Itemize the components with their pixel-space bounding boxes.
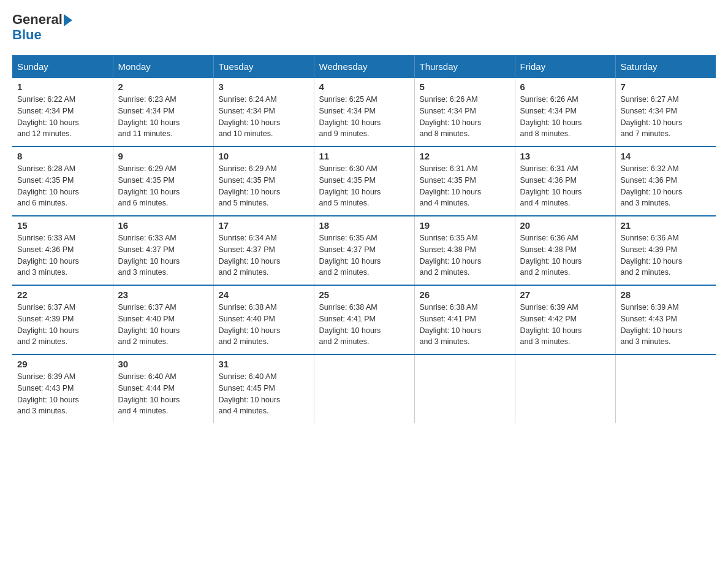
calendar-cell: 5Sunrise: 6:26 AMSunset: 4:34 PMDaylight… bbox=[414, 78, 515, 147]
col-header-thursday: Thursday bbox=[414, 55, 515, 78]
calendar-cell: 24Sunrise: 6:38 AMSunset: 4:40 PMDayligh… bbox=[213, 285, 314, 354]
logo: General Blue bbox=[12, 12, 72, 43]
day-info: Sunrise: 6:36 AMSunset: 4:38 PMDaylight:… bbox=[520, 232, 610, 278]
page-header: General Blue bbox=[12, 12, 716, 43]
day-info: Sunrise: 6:22 AMSunset: 4:34 PMDaylight:… bbox=[17, 94, 108, 140]
day-number: 2 bbox=[118, 82, 208, 92]
day-info: Sunrise: 6:35 AMSunset: 4:38 PMDaylight:… bbox=[420, 232, 510, 278]
day-number: 4 bbox=[319, 82, 409, 92]
day-number: 20 bbox=[520, 220, 610, 231]
day-number: 19 bbox=[420, 220, 510, 231]
day-number: 1 bbox=[17, 82, 108, 92]
calendar-cell: 23Sunrise: 6:37 AMSunset: 4:40 PMDayligh… bbox=[113, 285, 213, 354]
calendar-cell bbox=[414, 354, 515, 423]
calendar-cell: 1Sunrise: 6:22 AMSunset: 4:34 PMDaylight… bbox=[12, 78, 113, 147]
calendar-cell: 9Sunrise: 6:29 AMSunset: 4:35 PMDaylight… bbox=[113, 147, 213, 216]
calendar-cell: 21Sunrise: 6:36 AMSunset: 4:39 PMDayligh… bbox=[615, 216, 716, 285]
week-row-5: 29Sunrise: 6:39 AMSunset: 4:43 PMDayligh… bbox=[12, 354, 716, 423]
day-number: 18 bbox=[319, 220, 409, 231]
day-info: Sunrise: 6:38 AMSunset: 4:41 PMDaylight:… bbox=[319, 302, 409, 348]
day-info: Sunrise: 6:29 AMSunset: 4:35 PMDaylight:… bbox=[219, 163, 309, 209]
day-number: 27 bbox=[520, 289, 610, 300]
day-number: 31 bbox=[219, 359, 309, 369]
day-info: Sunrise: 6:30 AMSunset: 4:35 PMDaylight:… bbox=[319, 163, 409, 209]
day-info: Sunrise: 6:39 AMSunset: 4:43 PMDaylight:… bbox=[17, 371, 108, 417]
week-row-3: 15Sunrise: 6:33 AMSunset: 4:36 PMDayligh… bbox=[12, 216, 716, 285]
day-number: 29 bbox=[17, 359, 108, 369]
calendar-cell: 11Sunrise: 6:30 AMSunset: 4:35 PMDayligh… bbox=[314, 147, 414, 216]
day-number: 14 bbox=[621, 151, 711, 161]
day-number: 8 bbox=[17, 151, 108, 161]
logo-text-general: General bbox=[12, 12, 63, 27]
logo-text-blue: Blue bbox=[12, 27, 72, 43]
calendar-cell: 15Sunrise: 6:33 AMSunset: 4:36 PMDayligh… bbox=[12, 216, 113, 285]
day-number: 13 bbox=[520, 151, 610, 161]
calendar-cell: 14Sunrise: 6:32 AMSunset: 4:36 PMDayligh… bbox=[615, 147, 716, 216]
col-header-saturday: Saturday bbox=[615, 55, 716, 78]
day-info: Sunrise: 6:34 AMSunset: 4:37 PMDaylight:… bbox=[219, 232, 309, 278]
calendar-cell: 2Sunrise: 6:23 AMSunset: 4:34 PMDaylight… bbox=[113, 78, 213, 147]
day-info: Sunrise: 6:27 AMSunset: 4:34 PMDaylight:… bbox=[621, 94, 711, 140]
calendar-cell: 4Sunrise: 6:25 AMSunset: 4:34 PMDaylight… bbox=[314, 78, 414, 147]
calendar-cell: 30Sunrise: 6:40 AMSunset: 4:44 PMDayligh… bbox=[113, 354, 213, 423]
day-number: 7 bbox=[621, 82, 711, 92]
day-info: Sunrise: 6:29 AMSunset: 4:35 PMDaylight:… bbox=[118, 163, 208, 209]
week-row-1: 1Sunrise: 6:22 AMSunset: 4:34 PMDaylight… bbox=[12, 78, 716, 147]
day-info: Sunrise: 6:23 AMSunset: 4:34 PMDaylight:… bbox=[118, 94, 208, 140]
calendar-cell: 6Sunrise: 6:26 AMSunset: 4:34 PMDaylight… bbox=[515, 78, 615, 147]
calendar-header-row: SundayMondayTuesdayWednesdayThursdayFrid… bbox=[12, 55, 716, 78]
day-info: Sunrise: 6:35 AMSunset: 4:37 PMDaylight:… bbox=[319, 232, 409, 278]
day-info: Sunrise: 6:32 AMSunset: 4:36 PMDaylight:… bbox=[621, 163, 711, 209]
day-number: 11 bbox=[319, 151, 409, 161]
day-info: Sunrise: 6:40 AMSunset: 4:44 PMDaylight:… bbox=[118, 371, 208, 417]
calendar-cell: 28Sunrise: 6:39 AMSunset: 4:43 PMDayligh… bbox=[615, 285, 716, 354]
day-info: Sunrise: 6:39 AMSunset: 4:43 PMDaylight:… bbox=[621, 302, 711, 348]
calendar-cell: 18Sunrise: 6:35 AMSunset: 4:37 PMDayligh… bbox=[314, 216, 414, 285]
calendar-cell: 3Sunrise: 6:24 AMSunset: 4:34 PMDaylight… bbox=[213, 78, 314, 147]
day-number: 30 bbox=[118, 359, 208, 369]
day-number: 12 bbox=[420, 151, 510, 161]
day-info: Sunrise: 6:39 AMSunset: 4:42 PMDaylight:… bbox=[520, 302, 610, 348]
col-header-sunday: Sunday bbox=[12, 55, 113, 78]
day-info: Sunrise: 6:33 AMSunset: 4:37 PMDaylight:… bbox=[118, 232, 208, 278]
day-info: Sunrise: 6:25 AMSunset: 4:34 PMDaylight:… bbox=[319, 94, 409, 140]
calendar-cell: 16Sunrise: 6:33 AMSunset: 4:37 PMDayligh… bbox=[113, 216, 213, 285]
calendar-cell: 20Sunrise: 6:36 AMSunset: 4:38 PMDayligh… bbox=[515, 216, 615, 285]
day-info: Sunrise: 6:26 AMSunset: 4:34 PMDaylight:… bbox=[520, 94, 610, 140]
day-number: 21 bbox=[621, 220, 711, 231]
day-number: 5 bbox=[420, 82, 510, 92]
day-info: Sunrise: 6:36 AMSunset: 4:39 PMDaylight:… bbox=[621, 232, 711, 278]
day-info: Sunrise: 6:37 AMSunset: 4:39 PMDaylight:… bbox=[17, 302, 108, 348]
day-info: Sunrise: 6:31 AMSunset: 4:35 PMDaylight:… bbox=[420, 163, 510, 209]
day-number: 28 bbox=[621, 289, 711, 300]
day-info: Sunrise: 6:37 AMSunset: 4:40 PMDaylight:… bbox=[118, 302, 208, 348]
calendar-table: SundayMondayTuesdayWednesdayThursdayFrid… bbox=[12, 55, 716, 423]
day-info: Sunrise: 6:38 AMSunset: 4:41 PMDaylight:… bbox=[420, 302, 510, 348]
col-header-monday: Monday bbox=[113, 55, 213, 78]
calendar-cell: 29Sunrise: 6:39 AMSunset: 4:43 PMDayligh… bbox=[12, 354, 113, 423]
day-number: 26 bbox=[420, 289, 510, 300]
calendar-cell: 7Sunrise: 6:27 AMSunset: 4:34 PMDaylight… bbox=[615, 78, 716, 147]
day-number: 24 bbox=[219, 289, 309, 300]
day-number: 22 bbox=[17, 289, 108, 300]
logo-arrow-icon bbox=[64, 14, 72, 26]
calendar-cell: 12Sunrise: 6:31 AMSunset: 4:35 PMDayligh… bbox=[414, 147, 515, 216]
calendar-cell bbox=[515, 354, 615, 423]
col-header-wednesday: Wednesday bbox=[314, 55, 414, 78]
day-number: 16 bbox=[118, 220, 208, 231]
calendar-cell: 8Sunrise: 6:28 AMSunset: 4:35 PMDaylight… bbox=[12, 147, 113, 216]
day-info: Sunrise: 6:28 AMSunset: 4:35 PMDaylight:… bbox=[17, 163, 108, 209]
calendar-cell: 26Sunrise: 6:38 AMSunset: 4:41 PMDayligh… bbox=[414, 285, 515, 354]
day-number: 9 bbox=[118, 151, 208, 161]
week-row-2: 8Sunrise: 6:28 AMSunset: 4:35 PMDaylight… bbox=[12, 147, 716, 216]
day-info: Sunrise: 6:26 AMSunset: 4:34 PMDaylight:… bbox=[420, 94, 510, 140]
day-info: Sunrise: 6:38 AMSunset: 4:40 PMDaylight:… bbox=[219, 302, 309, 348]
calendar-cell: 31Sunrise: 6:40 AMSunset: 4:45 PMDayligh… bbox=[213, 354, 314, 423]
calendar-cell: 27Sunrise: 6:39 AMSunset: 4:42 PMDayligh… bbox=[515, 285, 615, 354]
day-info: Sunrise: 6:40 AMSunset: 4:45 PMDaylight:… bbox=[219, 371, 309, 417]
day-info: Sunrise: 6:33 AMSunset: 4:36 PMDaylight:… bbox=[17, 232, 108, 278]
day-number: 3 bbox=[219, 82, 309, 92]
calendar-cell: 19Sunrise: 6:35 AMSunset: 4:38 PMDayligh… bbox=[414, 216, 515, 285]
day-number: 23 bbox=[118, 289, 208, 300]
week-row-4: 22Sunrise: 6:37 AMSunset: 4:39 PMDayligh… bbox=[12, 285, 716, 354]
